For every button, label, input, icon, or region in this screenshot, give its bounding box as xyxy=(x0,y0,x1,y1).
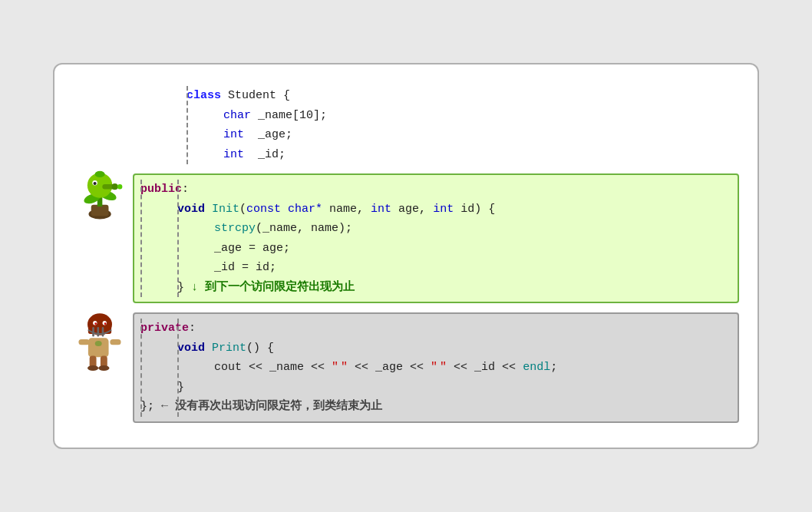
char-line: char _name[10]; xyxy=(186,106,739,126)
svg-rect-17 xyxy=(102,327,104,336)
svg-point-21 xyxy=(104,323,107,325)
zombie-mascot xyxy=(73,309,127,371)
svg-point-7 xyxy=(93,182,96,185)
public-section: public: void Init(const char* name, int … xyxy=(133,173,739,303)
age-var: _age; xyxy=(244,125,292,145)
close-class: }; ← 没有再次出现访问限定符，到类结束为止 xyxy=(140,397,731,417)
fn-init: Init xyxy=(212,200,239,220)
public-annotation: ↓ 到下一个访问限定符出现为止 xyxy=(191,278,355,298)
print-line: void Print() { xyxy=(140,339,731,358)
svg-point-20 xyxy=(94,323,97,325)
class-line: class Student { xyxy=(186,86,739,106)
cout-line: cout << _name << " " << _age << " " << _… xyxy=(140,358,731,378)
public-label: public: xyxy=(140,180,731,200)
private-section-row: private: void Print() { cout << _name <<… xyxy=(73,309,739,426)
kw-class: class xyxy=(186,86,228,106)
kw-void-print: void xyxy=(177,339,212,358)
svg-rect-16 xyxy=(97,327,99,336)
svg-point-11 xyxy=(94,171,104,177)
close-brace-fn: } xyxy=(140,378,731,398)
svg-point-10 xyxy=(117,184,122,190)
svg-point-28 xyxy=(95,341,102,346)
age-line: int _age; xyxy=(186,125,739,145)
public-section-row: public: void Init(const char* name, int … xyxy=(73,170,739,306)
fn-print: Print xyxy=(212,339,246,358)
svg-point-9 xyxy=(111,183,117,190)
char-var: _name[10]; xyxy=(251,106,327,126)
close-brace-public: } ↓ 到下一个访问限定符出现为止 xyxy=(140,278,731,298)
pea-shooter-mascot xyxy=(73,170,127,220)
svg-point-27 xyxy=(98,365,109,371)
private-section: private: void Print() { cout << _name <<… xyxy=(133,312,739,423)
public-keyword: public xyxy=(140,180,182,200)
private-label: private: xyxy=(140,319,731,339)
svg-point-26 xyxy=(87,365,98,371)
kw-void-init: void xyxy=(177,200,212,220)
strcpy-line: strcpy(_name, name); xyxy=(140,219,731,239)
svg-rect-23 xyxy=(110,339,120,345)
main-card: class Student { char _name[10]; int _age… xyxy=(53,63,759,449)
section-top: class Student { char _name[10]; int _age… xyxy=(73,83,739,167)
id-assign: _id = id; xyxy=(140,258,731,278)
age-assign: _age = age; xyxy=(140,239,731,259)
init-line: void Init(const char* name, int age, int… xyxy=(140,200,731,220)
type-int-age: int xyxy=(223,125,244,145)
zombie-svg xyxy=(73,309,127,371)
id-var: _id; xyxy=(244,145,286,165)
pea-shooter-svg xyxy=(75,170,125,220)
id-line: int _id; xyxy=(186,145,739,165)
type-char: char xyxy=(223,106,251,126)
class-name: Student { xyxy=(228,86,290,106)
type-int-id: int xyxy=(223,145,244,165)
code-area: class Student { char _name[10]; int _age… xyxy=(73,83,739,426)
fn-strcpy: strcpy xyxy=(214,219,256,239)
private-keyword: private xyxy=(140,319,189,339)
private-annotation: ← 没有再次出现访问限定符，到类结束为止 xyxy=(161,397,382,417)
svg-rect-22 xyxy=(78,339,89,345)
